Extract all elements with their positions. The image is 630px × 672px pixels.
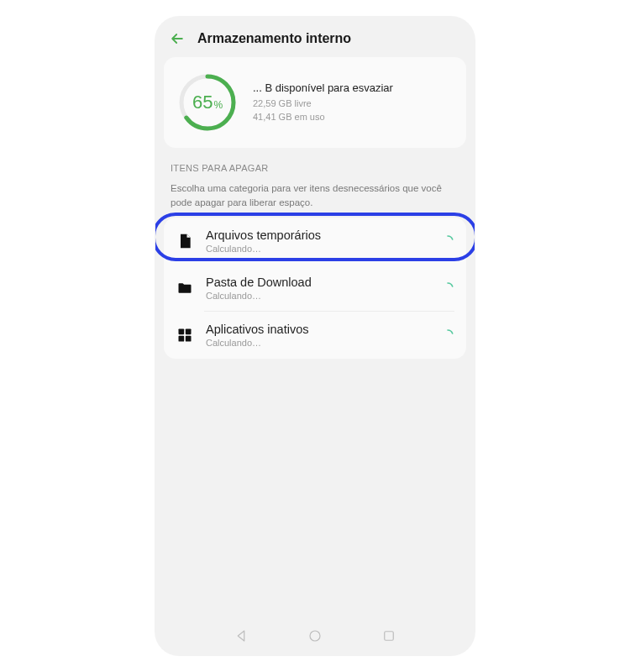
svg-point-6: [310, 631, 320, 641]
item-title: Aplicativos inativos: [206, 323, 429, 336]
item-subtitle: Calculando…: [206, 338, 429, 348]
section-description: Escolha uma categoria para ver itens des…: [164, 180, 466, 218]
section-label: ITENS PARA APAGAR: [164, 148, 466, 180]
storage-percent-number: 65: [192, 92, 213, 113]
back-arrow-button[interactable]: [169, 30, 186, 47]
items-list-card: Arquivos temporários Calculando… Pasta d…: [164, 218, 466, 359]
storage-percent-label: 65%: [192, 92, 223, 113]
storage-info-block: ... B disponível para esvaziar 22,59 GB …: [253, 81, 453, 123]
page-title: Armazenamento interno: [197, 31, 351, 46]
circle-home-icon: [307, 628, 323, 643]
item-subtitle: Calculando…: [206, 291, 429, 301]
svg-rect-2: [179, 329, 185, 335]
loading-spinner-icon: [441, 281, 454, 295]
phone-frame: Armazenamento interno 65% ... B disponív…: [155, 17, 475, 655]
svg-rect-4: [179, 336, 185, 342]
loading-spinner-icon: [441, 328, 454, 342]
folder-icon: [176, 279, 194, 297]
loading-spinner-icon: [441, 234, 454, 248]
svg-rect-3: [186, 329, 192, 335]
svg-rect-7: [385, 632, 394, 641]
content-area: 65% ... B disponível para esvaziar 22,59…: [155, 57, 475, 617]
triangle-back-icon: [234, 628, 249, 643]
storage-percent-symbol: %: [213, 99, 223, 111]
storage-available-label: ... B disponível para esvaziar: [253, 81, 453, 94]
storage-free-label: 22,59 GB livre: [253, 97, 453, 110]
arrow-left-icon: [169, 30, 186, 47]
item-subtitle: Calculando…: [206, 244, 429, 254]
item-title: Arquivos temporários: [206, 228, 429, 242]
item-body: Aplicativos inativos Calculando…: [206, 323, 429, 348]
nav-recents-button[interactable]: [381, 628, 396, 643]
nav-back-button[interactable]: [234, 628, 249, 643]
android-nav-bar: [155, 617, 475, 655]
list-item-wrap-0: Arquivos temporários Calculando…: [164, 218, 466, 265]
list-item-inactive-apps[interactable]: Aplicativos inativos Calculando…: [164, 312, 466, 359]
item-body: Pasta de Download Calculando…: [206, 276, 429, 301]
list-item-download-folder[interactable]: Pasta de Download Calculando…: [164, 265, 466, 312]
item-body: Arquivos temporários Calculando…: [206, 228, 429, 254]
storage-used-label: 41,41 GB em uso: [253, 111, 453, 123]
outer-frame: Armazenamento interno 65% ... B disponív…: [0, 0, 630, 672]
storage-progress-ring: 65%: [177, 72, 238, 133]
list-item-temp-files[interactable]: Arquivos temporários Calculando…: [164, 218, 466, 265]
nav-home-button[interactable]: [307, 628, 323, 643]
item-title: Pasta de Download: [206, 276, 429, 289]
svg-rect-5: [186, 336, 192, 342]
storage-summary-card[interactable]: 65% ... B disponível para esvaziar 22,59…: [164, 57, 466, 148]
square-recents-icon: [381, 628, 396, 643]
apps-grid-icon: [176, 326, 194, 344]
file-icon: [176, 232, 194, 250]
header-bar: Armazenamento interno: [155, 17, 475, 57]
